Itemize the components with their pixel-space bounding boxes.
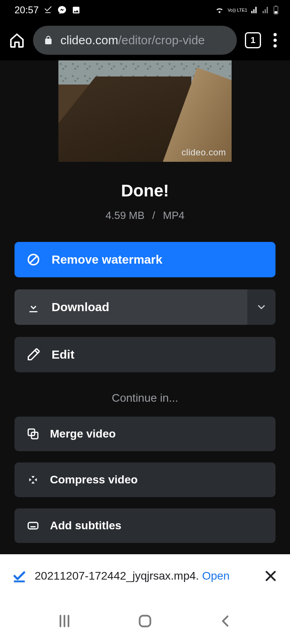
download-done-icon [44,6,52,14]
url-text: clideo.com/editor/crop-vide [60,33,205,47]
browser-bar: clideo.com/editor/crop-vide 1 [0,20,290,60]
recents-icon[interactable] [56,613,72,629]
url-host: clideo.com [60,33,118,47]
image-icon [72,6,81,14]
remove-watermark-button[interactable]: Remove watermark [14,242,276,277]
close-icon[interactable] [263,569,278,583]
video-preview[interactable]: clideo.com [58,60,232,162]
file-size: 4.59 MB [106,209,145,221]
file-meta: 4.59 MB / MP4 [0,209,290,222]
compress-icon [27,473,39,486]
tab-switcher[interactable]: 1 [245,32,261,48]
file-format: MP4 [163,209,184,221]
download-options-button[interactable] [247,289,276,325]
status-right: Vo)) LTE1 [215,5,279,15]
url-path: /editor/crop-vide [118,33,205,47]
remove-watermark-label: Remove watermark [52,253,162,266]
back-icon[interactable] [218,613,234,629]
download-split-button: Download [14,289,276,325]
overflow-menu-icon[interactable] [269,33,281,47]
download-notification-bar: 20211207-172442_jyqjrsax.mp4. Open [0,554,290,598]
pencil-icon [27,348,40,361]
tab-count: 1 [251,35,255,45]
svg-rect-7 [28,522,38,529]
svg-line-4 [30,256,37,263]
meta-sep: / [152,209,155,221]
download-icon [27,300,40,314]
messenger-icon [57,5,67,15]
edit-label: Edit [52,348,75,361]
edit-button[interactable]: Edit [14,337,276,372]
done-title: Done! [0,181,290,200]
signal-icon [251,6,259,14]
status-left: 20:57 [14,4,81,16]
battery-icon [273,5,279,15]
status-bar: 20:57 Vo)) LTE1 [0,0,290,20]
lock-icon [44,35,53,45]
merge-video-button[interactable]: Merge video [14,417,276,451]
wifi-icon [215,6,224,14]
subtitles-label: Add subtitles [50,519,121,532]
add-subtitles-button[interactable]: Add subtitles [14,508,276,543]
download-button[interactable]: Download [14,289,247,325]
home-icon[interactable] [9,32,25,48]
chevron-down-icon [256,301,267,313]
signal2-icon [262,6,270,14]
nav-home-icon[interactable] [137,613,153,629]
subtitles-icon [27,519,39,532]
page-content: clideo.com Done! 4.59 MB / MP4 Remove wa… [0,60,290,563]
merge-label: Merge video [50,427,116,440]
download-text[interactable]: 20211207-172442_jyqjrsax.mp4. Open [35,570,255,582]
continue-label: Continue in... [0,384,290,417]
compress-video-button[interactable]: Compress video [14,462,276,497]
check-icon [12,569,27,583]
watermark-label: clideo.com [182,147,226,158]
carrier-label: Vo)) LTE1 [228,8,247,12]
open-link[interactable]: Open [202,570,230,582]
download-filename: 20211207-172442_jyqjrsax.mp4. [35,570,199,582]
svg-rect-10 [140,615,151,626]
ban-icon [27,253,40,266]
svg-rect-2 [275,11,278,14]
url-bar[interactable]: clideo.com/editor/crop-vide [33,26,237,55]
system-nav-bar [0,598,290,644]
download-label: Download [52,300,109,314]
status-time: 20:57 [14,4,39,16]
svg-rect-1 [275,6,277,6]
compress-label: Compress video [50,473,138,486]
merge-icon [27,427,39,440]
result-block: Done! 4.59 MB / MP4 [0,162,290,234]
